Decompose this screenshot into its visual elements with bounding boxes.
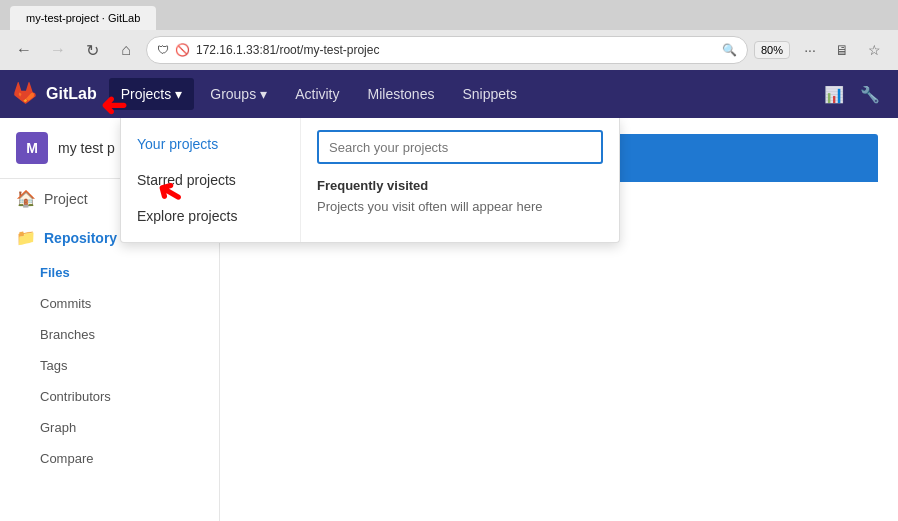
frequently-visited-text: Projects you visit often will appear her… bbox=[317, 199, 603, 214]
gitlab-nav: GitLab Projects ▾ Groups ▾ Activity Mile… bbox=[0, 70, 898, 118]
browser-chrome: my-test-project · GitLab ← → ↻ ⌂ 🛡 🚫 172… bbox=[0, 0, 898, 70]
explore-projects-label: Explore projects bbox=[137, 208, 237, 224]
groups-label: Groups bbox=[210, 86, 256, 102]
projects-label: Projects bbox=[121, 86, 172, 102]
browser-toolbar: ← → ↻ ⌂ 🛡 🚫 172.16.1.33:81/root/my-test-… bbox=[0, 30, 898, 70]
browser-actions: ··· 🖥 ☆ bbox=[796, 36, 888, 64]
frequently-visited-title: Frequently visited bbox=[317, 178, 603, 193]
starred-projects-label: Starred projects bbox=[137, 172, 236, 188]
snippets-label: Snippets bbox=[462, 86, 516, 102]
monitor-button[interactable]: 🖥 bbox=[828, 36, 856, 64]
back-button[interactable]: ← bbox=[10, 36, 38, 64]
nav-snippets[interactable]: Snippets bbox=[450, 78, 528, 110]
wrench-icon[interactable]: 🔧 bbox=[854, 79, 886, 110]
zoom-badge: 80% bbox=[754, 41, 790, 59]
nav-milestones[interactable]: Milestones bbox=[356, 78, 447, 110]
your-projects-item[interactable]: Your projects bbox=[121, 126, 300, 162]
gitlab-logo[interactable]: GitLab bbox=[12, 80, 97, 108]
bookmark-button[interactable]: ☆ bbox=[860, 36, 888, 64]
dropdown-overlay: Your projects Starred projects Explore p… bbox=[0, 118, 898, 521]
app: GitLab Projects ▾ Groups ▾ Activity Mile… bbox=[0, 70, 898, 521]
more-button[interactable]: ··· bbox=[796, 36, 824, 64]
explore-projects-item[interactable]: Explore projects bbox=[121, 198, 300, 234]
gitlab-logo-text: GitLab bbox=[46, 85, 97, 103]
forward-button[interactable]: → bbox=[44, 36, 72, 64]
search-icon: 🔍 bbox=[722, 43, 737, 57]
your-projects-label: Your projects bbox=[137, 136, 218, 152]
shield-icon: 🛡 bbox=[157, 43, 169, 57]
projects-dropdown: Your projects Starred projects Explore p… bbox=[120, 118, 620, 243]
nav-activity[interactable]: Activity bbox=[283, 78, 351, 110]
dropdown-left-panel: Your projects Starred projects Explore p… bbox=[121, 118, 301, 242]
project-search-input[interactable] bbox=[317, 130, 603, 164]
blocked-icon: 🚫 bbox=[175, 43, 190, 57]
dropdown-right-panel: Frequently visited Projects you visit of… bbox=[301, 118, 619, 242]
address-bar[interactable]: 🛡 🚫 172.16.1.33:81/root/my-test-projec 🔍 bbox=[146, 36, 748, 64]
milestones-label: Milestones bbox=[368, 86, 435, 102]
groups-chevron: ▾ bbox=[260, 86, 267, 102]
nav-groups[interactable]: Groups ▾ bbox=[198, 78, 279, 110]
starred-projects-item[interactable]: Starred projects bbox=[121, 162, 300, 198]
projects-chevron: ▾ bbox=[175, 86, 182, 102]
nav-projects[interactable]: Projects ▾ bbox=[109, 78, 195, 110]
chart-icon[interactable]: 📊 bbox=[818, 79, 850, 110]
tab-title: my-test-project · GitLab bbox=[26, 12, 140, 24]
browser-tab[interactable]: my-test-project · GitLab bbox=[10, 6, 156, 30]
gitlab-logo-icon bbox=[12, 80, 40, 108]
home-button[interactable]: ⌂ bbox=[112, 36, 140, 64]
activity-label: Activity bbox=[295, 86, 339, 102]
reload-button[interactable]: ↻ bbox=[78, 36, 106, 64]
browser-tabs: my-test-project · GitLab bbox=[0, 0, 898, 30]
address-text: 172.16.1.33:81/root/my-test-projec bbox=[196, 43, 716, 57]
